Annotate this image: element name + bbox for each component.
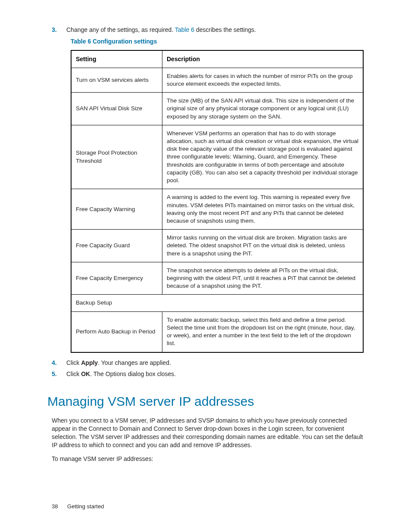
setting-cell: Backup Setup	[71, 295, 363, 311]
table-row: Turn on VSM services alerts Enables aler…	[71, 68, 363, 92]
apply-label: Apply	[81, 359, 98, 366]
table-title: Table 6 Configuration settings	[71, 37, 364, 46]
description-cell: The snapshot service attempts to delete …	[162, 262, 364, 295]
step-marker: 3.	[52, 26, 66, 34]
page-footer: 38 Getting started	[52, 503, 104, 510]
step-3-text-b: describes the settings.	[194, 26, 256, 33]
table-header-row: Setting Description	[71, 50, 363, 68]
step-4-text-a: Click	[66, 359, 81, 366]
section-heading: Managing VSM server IP addresses	[47, 393, 364, 411]
setting-cell: Free Capacity Warning	[71, 189, 162, 230]
step-body: Click OK. The Options dialog box closes.	[66, 370, 364, 378]
config-settings-table: Setting Description Turn on VSM services…	[71, 50, 364, 353]
page-number: 38	[52, 503, 58, 510]
step-5: 5. Click OK. The Options dialog box clos…	[52, 370, 364, 378]
setting-cell: Free Capacity Emergency	[71, 262, 162, 295]
table-row: Free Capacity Guard Mirror tasks running…	[71, 230, 363, 262]
setting-cell: Storage Pool Protection Threshold	[71, 125, 162, 189]
description-cell: Whenever VSM performs an operation that …	[162, 125, 364, 189]
step-4: 4. Click Apply. Your changes are applied…	[52, 359, 364, 367]
description-cell: A warning is added to the event log. Thi…	[162, 189, 364, 230]
setting-cell: Turn on VSM services alerts	[71, 68, 162, 92]
content-block: 3. Change any of the settings, as requir…	[47, 26, 364, 463]
step-3-text-a: Change any of the settings, as required.	[66, 26, 175, 33]
setting-cell: SAN API Virtual Disk Size	[71, 93, 162, 125]
table-row: Perform Auto Backup in Period To enable …	[71, 311, 363, 352]
step-4-text-b: . Your changes are applied.	[98, 359, 171, 366]
description-cell: The size (MB) of the SAN API virtual dis…	[162, 93, 364, 125]
description-cell: Mirror tasks running on the virtual disk…	[162, 230, 364, 262]
step-marker: 4.	[52, 359, 66, 367]
step-3: 3. Change any of the settings, as requir…	[52, 26, 364, 34]
table-row: Free Capacity Warning A warning is added…	[71, 189, 363, 230]
step-body: Click Apply. Your changes are applied.	[66, 359, 364, 367]
section-paragraph-1: When you connect to a VSM server, IP add…	[52, 417, 364, 449]
table-6-link[interactable]: Table 6	[175, 26, 194, 33]
description-cell: Enables alerts for cases in which the nu…	[162, 68, 364, 92]
table-row: Free Capacity Emergency The snapshot ser…	[71, 262, 363, 295]
setting-cell: Free Capacity Guard	[71, 230, 162, 262]
footer-label: Getting started	[67, 503, 104, 510]
col-setting-header: Setting	[71, 50, 162, 68]
table-row: Storage Pool Protection Threshold Whenev…	[71, 125, 363, 189]
step-5-text-b: . The Options dialog box closes.	[90, 370, 176, 377]
ok-label: OK	[81, 370, 90, 377]
setting-cell: Perform Auto Backup in Period	[71, 311, 162, 352]
table-row: SAN API Virtual Disk Size The size (MB) …	[71, 93, 363, 125]
step-marker: 5.	[52, 370, 66, 378]
col-description-header: Description	[162, 50, 364, 68]
after-table-steps: 4. Click Apply. Your changes are applied…	[52, 359, 364, 379]
description-cell: To enable automatic backup, select this …	[162, 311, 364, 352]
step-body: Change any of the settings, as required.…	[66, 26, 364, 34]
step-5-text-a: Click	[66, 370, 81, 377]
section-paragraph-2: To manage VSM server IP addresses:	[52, 455, 364, 463]
table-row: Backup Setup	[71, 295, 363, 311]
page: 3. Change any of the settings, as requir…	[0, 0, 411, 532]
